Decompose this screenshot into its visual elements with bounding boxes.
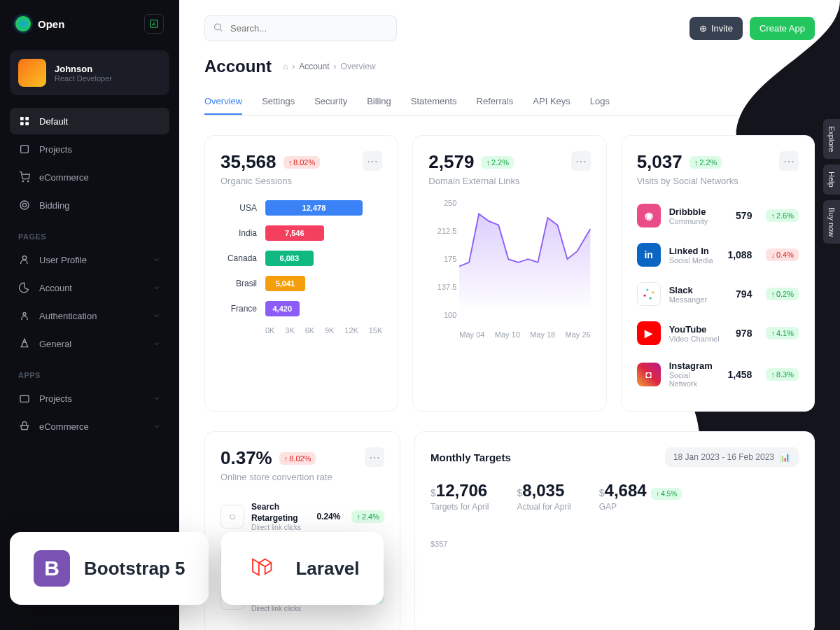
side-tag-explore[interactable]: Explore: [823, 119, 840, 159]
svg-rect-3: [20, 122, 24, 125]
x-tick: May 26: [566, 330, 591, 339]
sidebar-item-user-profile[interactable]: User Profile: [10, 246, 169, 273]
target-label: Targets for April: [430, 502, 489, 512]
breadcrumb-link[interactable]: Account: [299, 62, 329, 71]
topbar: ⊕Invite Create App: [179, 0, 840, 48]
tab-overview[interactable]: Overview: [204, 89, 242, 115]
target-label: Actual for April: [517, 502, 570, 512]
sidebar-item-ecommerce[interactable]: eCommerce: [10, 164, 169, 190]
x-tick: 12K: [344, 326, 358, 335]
sidebar-item-bidding[interactable]: Bidding: [10, 192, 169, 218]
delta-badge: ↑8.02%: [279, 452, 316, 465]
card-social-networks: 5,037 ↑2.2% Visits by Social Networks ⋯ …: [621, 135, 815, 412]
x-tick: 9K: [325, 326, 334, 335]
analytics-toggle-icon[interactable]: [144, 14, 164, 34]
target-value: $8,035: [517, 481, 570, 500]
search-container: [204, 15, 397, 41]
home-icon[interactable]: ⌂: [283, 62, 288, 71]
svg-point-10: [22, 256, 26, 260]
date-range-picker[interactable]: 18 Jan 2023 - 16 Feb 2023📊: [665, 447, 799, 467]
basket-icon: [18, 420, 31, 433]
plus-icon: ⊕: [699, 23, 707, 34]
card-menu-button[interactable]: ⋯: [365, 447, 384, 467]
youtube-icon: ▶: [637, 321, 661, 345]
svg-point-6: [22, 181, 23, 181]
tab-referrals[interactable]: Referrals: [477, 89, 514, 115]
sidebar-item-apps-ecommerce[interactable]: eCommerce: [10, 413, 169, 440]
folder-icon: [18, 392, 31, 405]
tab-statements[interactable]: Statements: [411, 89, 457, 115]
bootstrap-icon: B: [34, 550, 70, 587]
create-app-button[interactable]: Create App: [750, 17, 815, 40]
svg-rect-2: [25, 117, 29, 120]
svg-point-9: [22, 203, 26, 206]
sidebar-item-apps-projects[interactable]: Projects: [10, 385, 169, 412]
tab-api-keys[interactable]: API Keys: [533, 89, 570, 115]
tabs: Overview Settings Security Billing State…: [204, 89, 815, 115]
rocket-icon: [18, 337, 31, 350]
side-tag-buy[interactable]: Buy now: [823, 200, 840, 244]
x-tick: 6K: [305, 326, 314, 335]
x-tick: May 04: [459, 330, 484, 339]
chevron-down-icon: [153, 284, 161, 292]
sidebar-item-projects[interactable]: Projects: [10, 136, 169, 162]
tech-cards: B Bootstrap 5 Laravel: [10, 532, 384, 605]
metric-value: 0.37%: [220, 447, 272, 469]
tech-card-laravel: Laravel: [221, 532, 383, 605]
x-tick: 3K: [285, 326, 294, 335]
nav-label: eCommerce: [39, 421, 144, 432]
sidebar-item-default[interactable]: Default: [10, 108, 169, 134]
bar-fill: 5,041: [265, 276, 305, 291]
user-role: React Developer: [55, 74, 112, 83]
area-chart: 250 212.5 175 137.5 100 May 04 May 10: [428, 199, 590, 339]
delta-badge: ↑0.2%: [766, 288, 799, 300]
svg-point-7: [28, 181, 29, 181]
user-card[interactable]: Johnson React Developer: [10, 50, 169, 95]
sidebar-item-account[interactable]: Account: [10, 274, 169, 301]
card-menu-button[interactable]: ⋯: [571, 151, 591, 171]
chevron-down-icon: [153, 340, 161, 348]
svg-rect-5: [21, 146, 29, 153]
x-tick: May 10: [495, 330, 520, 339]
search-input[interactable]: [204, 15, 397, 41]
bar-fill: 4,420: [265, 301, 300, 316]
social-row: in Linked InSocial Media 1,088 ↓0.4%: [637, 235, 799, 274]
x-tick: 0K: [265, 326, 274, 335]
sidebar-item-authentication[interactable]: Authentication: [10, 302, 169, 329]
metric-label: Organic Sessions: [220, 176, 320, 186]
cart-icon: [18, 171, 31, 183]
x-tick: May 18: [530, 330, 555, 339]
side-tag-help[interactable]: Help: [823, 164, 840, 195]
delta-badge: ↑4.1%: [766, 327, 799, 340]
target-value: $12,706: [430, 481, 489, 500]
chevron-down-icon: [153, 394, 161, 402]
metric-label: Visits by Social Networks: [637, 176, 738, 186]
bar-label: Canada: [220, 253, 257, 263]
metric-value: 2,579: [428, 151, 474, 173]
avatar: [18, 59, 46, 87]
bar-label: India: [220, 228, 257, 238]
circle-icon: ○: [220, 505, 244, 528]
tab-billing[interactable]: Billing: [367, 89, 391, 115]
social-row: ◉ DribbbleCommunity 579 ↑2.6%: [637, 196, 799, 235]
card-organic-sessions: 35,568 ↑8.02% Organic Sessions ⋯ USA12,4…: [204, 135, 398, 412]
card-domain-links: 2,579 ↑2.2% Domain External Links ⋯ 250 …: [412, 135, 606, 412]
tab-security[interactable]: Security: [314, 89, 347, 115]
social-row: SlackMessanger 794 ↑0.2%: [637, 274, 799, 314]
card-menu-button[interactable]: ⋯: [363, 151, 382, 171]
card-menu-button[interactable]: ⋯: [779, 151, 799, 171]
tab-logs[interactable]: Logs: [590, 89, 610, 115]
nav-label: Projects: [39, 393, 144, 404]
tab-settings[interactable]: Settings: [262, 89, 295, 115]
svg-point-8: [20, 201, 29, 209]
sidebar-item-general[interactable]: General: [10, 330, 169, 357]
invite-button[interactable]: ⊕Invite: [690, 17, 743, 40]
small-value: $357: [430, 540, 799, 548]
section-label-apps: APPS: [10, 358, 169, 385]
bar-fill: 6,083: [265, 251, 314, 266]
svg-rect-1: [20, 117, 24, 120]
target-icon: [18, 199, 31, 211]
metric-label: Domain External Links: [428, 176, 519, 186]
lock-icon: [18, 309, 31, 322]
bar-fill: 7,546: [265, 225, 324, 241]
